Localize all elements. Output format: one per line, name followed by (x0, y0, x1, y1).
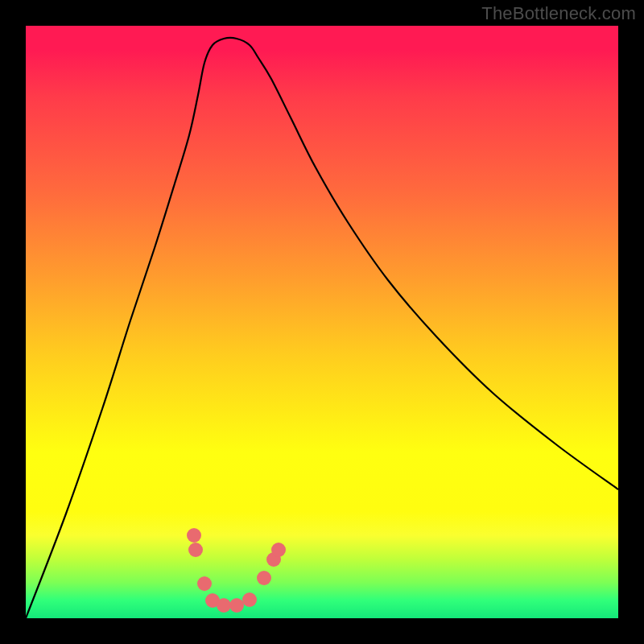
bottleneck-curve (26, 38, 618, 618)
left-lower-dot (188, 543, 203, 557)
plot-area (26, 26, 618, 618)
bottom-dot-4 (242, 592, 257, 607)
marker-layer (187, 528, 286, 613)
left-near-dot (197, 576, 212, 591)
curve-layer (26, 26, 618, 618)
left-upper-dot (187, 528, 201, 543)
watermark-text: TheBottleneck.com (481, 3, 636, 24)
bottom-dot-3 (229, 598, 244, 613)
chart-frame: TheBottleneck.com (0, 0, 644, 644)
bottom-dot-2 (217, 598, 231, 613)
right-top-dot (271, 543, 286, 557)
right-near-dot (257, 571, 271, 585)
